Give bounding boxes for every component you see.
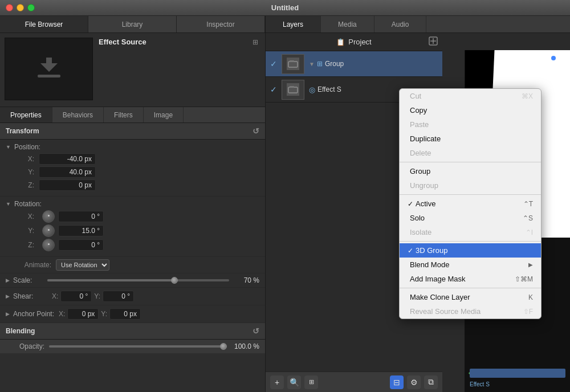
clone-button[interactable]: ⧉ [424,375,438,389]
anchor-y-input[interactable] [109,308,141,320]
animate-row: Animate: Use Rotation [0,257,265,273]
tab-audio[interactable]: Audio [374,16,427,32]
tab-properties[interactable]: Properties [0,107,52,122]
menu-item-make-clone-layer[interactable]: Make Clone Layer K [400,290,541,304]
settings-button[interactable]: ⚙ [407,375,421,389]
grid-button[interactable]: ⊞ [304,375,318,389]
context-menu: Cut ⌘X Copy Paste Duplicate Delete [399,88,542,319]
layer-row-group[interactable]: ✓ ▼ ⊞ Group [266,51,442,77]
position-x-row: X: [6,153,259,165]
right-tabs: Layers Media Audio [266,16,570,33]
layer-effect-check[interactable]: ✓ [270,85,279,94]
scale-label: Scale: [13,276,47,284]
shear-x-input[interactable] [60,291,92,302]
group-type-icon: ⊞ [317,60,323,68]
close-button[interactable] [6,4,13,11]
position-z-input[interactable] [39,179,96,191]
position-y-row: Y: [6,166,259,178]
tab-inspector[interactable]: Inspector [177,16,265,32]
shear-y-input[interactable] [103,291,134,302]
effect-options-icon[interactable]: ⊞ [253,38,260,46]
menu-item-cut[interactable]: Cut ⌘X [400,89,541,103]
shear-x-label: X: [52,292,58,300]
anchor-x-input[interactable] [67,308,99,320]
tab-file-browser[interactable]: File Browser [0,16,88,32]
opacity-slider[interactable] [49,345,223,348]
position-x-input[interactable] [39,153,96,165]
layer-group-check[interactable]: ✓ [270,59,279,68]
properties-tabs: Properties Behaviors Filters Image [0,107,265,123]
shear-expand-icon: ▶ [6,293,10,299]
rotation-x-input[interactable] [58,211,104,222]
project-icon: 📋 [336,38,345,46]
blending-header: Blending ↺ [0,323,265,340]
minimize-button[interactable] [17,4,24,11]
rotation-z-input[interactable] [58,239,104,251]
tab-image[interactable]: Image [144,107,184,122]
separator-2 [400,194,541,195]
anchor-x-label: X: [59,310,65,318]
rotation-x-dial[interactable] [42,210,55,223]
blend-mode-arrow-icon: ▶ [528,262,533,268]
menu-item-paste[interactable]: Paste [400,117,541,132]
menu-item-group[interactable]: Group [400,164,541,178]
menu-item-active[interactable]: ✓ Active ⌃T [400,197,541,211]
group-button[interactable]: ⊟ [390,375,404,389]
layer-effect-thumb [282,80,304,100]
transform-reset-button[interactable]: ↺ [253,126,259,136]
menu-item-reveal-source-media[interactable]: Reveal Source Media ⇧F [400,304,541,318]
tab-library[interactable]: Library [88,16,177,32]
tab-layers[interactable]: Layers [266,16,321,32]
opacity-label: Opacity: [6,342,44,350]
menu-item-duplicate[interactable]: Duplicate [400,132,541,146]
menu-item-copy[interactable]: Copy [400,103,541,117]
scale-expand-icon: ▶ [6,277,10,283]
blending-section: Blending ↺ Opacity: 100.0 % [0,323,265,353]
menu-item-solo[interactable]: Solo ⌃S [400,211,541,225]
position-y-label: Y: [6,168,34,176]
title-bar: Untitled [0,0,570,16]
project-row: 📋 Project [266,33,442,51]
timeline-label: Effect S [470,381,490,387]
tab-media[interactable]: Media [321,16,374,32]
position-y-input[interactable] [39,166,96,178]
svg-rect-7 [288,87,298,93]
opacity-row: Opacity: 100.0 % [0,340,265,353]
tab-filters[interactable]: Filters [104,107,144,122]
rotation-label: Rotation: [14,200,42,208]
effect-source-area: Effect Source ⊞ [0,33,265,107]
menu-item-ungroup[interactable]: Ungroup [400,178,541,193]
rotation-y-input[interactable] [58,225,104,236]
position-z-label: Z: [6,181,34,189]
animate-select[interactable]: Use Rotation [56,259,109,271]
maximize-button[interactable] [27,4,35,11]
anchor-y-label: Y: [101,310,107,318]
window-controls [6,4,35,11]
left-tabs: File Browser Library Inspector [0,16,265,33]
layer-group-name: Group [325,60,344,68]
position-group: ▼ Position: X: Y: Z: [0,140,265,197]
add-layer-button[interactable]: + [270,375,284,389]
shear-row: ▶ Shear: X: Y: [0,288,265,305]
project-label: Project [348,38,371,46]
blending-reset-button[interactable]: ↺ [253,326,259,336]
scale-slider[interactable] [47,279,229,281]
svg-marker-1 [40,58,58,72]
menu-item-blend-mode[interactable]: Blend Mode ▶ [400,258,541,272]
effect-title-row: Effect Source ⊞ [99,38,260,46]
scale-thumb [171,277,178,284]
tab-behaviors[interactable]: Behaviors [52,107,104,122]
menu-item-add-image-mask[interactable]: Add Image Mask ⇧⌘M [400,272,541,286]
menu-item-delete[interactable]: Delete [400,146,541,160]
layer-effect-name: Effect S [317,85,341,93]
rotation-z-dial[interactable] [42,239,55,251]
menu-item-isolate[interactable]: Isolate ⌃I [400,225,541,239]
effect-title: Effect Source [99,38,146,46]
menu-item-3d-group[interactable]: ✓ 3D Group [400,243,541,258]
anchor-label: Anchor Point: [13,310,59,318]
rotation-group: ▼ Rotation: X: Y: Z: [0,197,265,257]
rotation-y-row: Y: [6,224,259,237]
search-button[interactable]: 🔍 [287,375,301,389]
effect-info: Effect Source ⊞ [99,38,260,102]
rotation-y-dial[interactable] [42,224,55,237]
